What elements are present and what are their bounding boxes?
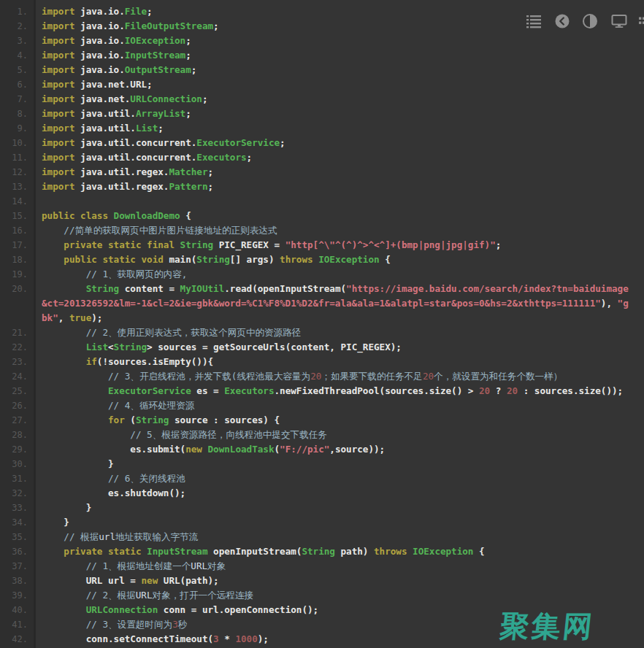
line-number: 26. [0, 398, 34, 413]
code-line: 25. ExecutorService es = Executors.newFi… [0, 384, 644, 398]
partial-clipped-icon[interactable] [639, 13, 644, 29]
code-line: 15.public class DownloadDemo { [0, 209, 644, 223]
code-line: 27. for (String source : sources) { [0, 413, 644, 428]
line-number: 5. [0, 63, 34, 77]
line-number: 30. [0, 457, 34, 471]
line-number: 10. [0, 136, 34, 150]
monitor-icon[interactable] [611, 13, 627, 29]
code-text: &ct=201326592&lm=-1&cl=2&ie=gbk&word=%C1… [34, 296, 644, 311]
code-line: 8.import java.util.ArrayList; [0, 107, 644, 121]
code-line: 26. // 4、循环处理资源 [0, 398, 644, 413]
line-number: 29. [0, 442, 34, 457]
code-line: bk", true); [0, 311, 644, 325]
code-text: import java.net.URLConnection; [34, 92, 644, 107]
line-number: 3. [0, 34, 34, 48]
code-line: 38. URL url = new URL(path); [0, 574, 644, 588]
code-line: 4.import java.io.InputStream; [0, 48, 644, 63]
code-line: 39. // 2、根据URL对象，打开一个远程连接 [0, 588, 644, 603]
line-number: 38. [0, 574, 34, 588]
code-text: //简单的获取网页中图片图片链接地址的正则表达式 [34, 223, 644, 238]
code-text: List<String> sources = getSourceUrls(con… [34, 340, 644, 355]
code-text: import java.io.IOException; [34, 34, 644, 48]
code-text: } [34, 501, 644, 515]
line-number: 20. [0, 282, 34, 296]
code-line: 9.import java.util.List; [0, 121, 644, 136]
line-number: 19. [0, 267, 34, 282]
line-number: 23. [0, 355, 34, 369]
code-line: 30. } [0, 457, 644, 471]
line-number: 21. [0, 325, 34, 340]
code-text: import java.util.concurrent.Executors; [34, 150, 644, 165]
line-number: 31. [0, 471, 34, 486]
line-number: 4. [0, 48, 34, 63]
code-text: private static InputStream openInputStre… [34, 544, 644, 559]
code-text: // 3、开启线程池，并发下载(线程池最大容量为20；如果要下载的任务不足20个… [34, 369, 644, 384]
line-number: 40. [0, 603, 34, 617]
code-viewer: 1.import java.io.File;2.import java.io.F… [0, 0, 644, 648]
code-line: 10.import java.util.concurrent.ExecutorS… [0, 136, 644, 150]
line-number: 7. [0, 92, 34, 107]
code-line: 11.import java.util.concurrent.Executors… [0, 150, 644, 165]
code-line: 18. public static void main(String[] arg… [0, 252, 644, 267]
code-text: // 2、使用正则表达式，获取这个网页中的资源路径 [34, 325, 644, 340]
code-rows: 1.import java.io.File;2.import java.io.F… [0, 0, 644, 647]
code-line: 2.import java.io.FileOutputStream; [0, 19, 644, 34]
line-number: 16. [0, 223, 34, 238]
code-text: import java.util.regex.Matcher; [34, 165, 644, 180]
line-number: 2. [0, 19, 34, 34]
line-number: 12. [0, 165, 34, 180]
line-number: 6. [0, 77, 34, 92]
code-text: } [34, 515, 644, 530]
code-line: 34. } [0, 515, 644, 530]
line-number: 8. [0, 107, 34, 121]
code-line: 32. es.shutdown(); [0, 486, 644, 501]
line-number: 34. [0, 515, 34, 530]
code-text [34, 194, 644, 209]
line-number: 9. [0, 121, 34, 136]
line-number: 36. [0, 544, 34, 559]
code-line: 5.import java.io.OutputStream; [0, 63, 644, 77]
code-line: 6.import java.net.URL; [0, 77, 644, 92]
code-text: import java.io.InputStream; [34, 48, 644, 63]
code-line: 28. // 5、根据资源路径，向线程池中提交下载任务 [0, 428, 644, 442]
code-line: 22. List<String> sources = getSourceUrls… [0, 340, 644, 355]
code-text: } [34, 457, 644, 471]
code-line: 13.import java.util.regex.Pattern; [0, 180, 644, 194]
code-text: private static final String PIC_REGEX = … [34, 238, 644, 252]
code-line: 17. private static final String PIC_REGE… [0, 238, 644, 252]
contrast-icon[interactable] [582, 13, 598, 29]
code-text: public class DownloadDemo { [34, 209, 644, 223]
line-number [0, 311, 34, 325]
line-number [0, 296, 34, 311]
code-text: String content = MyIOUtil.read(openInput… [34, 282, 644, 296]
line-number: 17. [0, 238, 34, 252]
list-icon[interactable] [526, 13, 542, 29]
code-text: ExecutorService es = Executors.newFixedT… [34, 384, 644, 398]
code-text: // 6、关闭线程池 [34, 471, 644, 486]
code-line: 12.import java.util.regex.Matcher; [0, 165, 644, 180]
back-circle-icon[interactable] [554, 13, 570, 29]
line-number: 41. [0, 617, 34, 632]
code-text: import java.io.OutputStream; [34, 63, 644, 77]
line-number: 32. [0, 486, 34, 501]
code-line: 29. es.submit(new DownLoadTask("F://pic"… [0, 442, 644, 457]
code-line: 1.import java.io.File; [0, 4, 644, 19]
line-number: 14. [0, 194, 34, 209]
code-text: import java.util.concurrent.ExecutorServ… [34, 136, 644, 150]
code-text: // 1、获取网页的内容, [34, 267, 644, 282]
code-text: for (String source : sources) { [34, 413, 644, 428]
code-line: 14. [0, 194, 644, 209]
line-number: 33. [0, 501, 34, 515]
watermark: 聚集网 [498, 606, 597, 647]
code-text: // 4、循环处理资源 [34, 398, 644, 413]
code-text: // 根据url地址获取输入字节流 [34, 530, 644, 544]
code-text: es.submit(new DownLoadTask("F://pic",sou… [34, 442, 644, 457]
code-text: import java.net.URL; [34, 77, 644, 92]
line-number: 22. [0, 340, 34, 355]
line-number: 11. [0, 150, 34, 165]
code-text: import java.util.List; [34, 121, 644, 136]
line-number: 42. [0, 632, 34, 647]
code-text: URL url = new URL(path); [34, 574, 644, 588]
code-text: import java.io.File; [34, 4, 644, 19]
line-number: 15. [0, 209, 34, 223]
